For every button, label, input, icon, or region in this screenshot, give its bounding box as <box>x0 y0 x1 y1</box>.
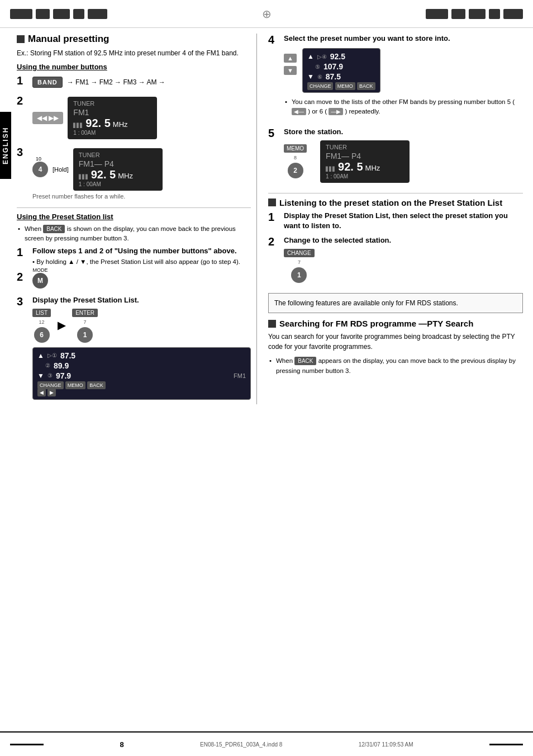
listening-step-1-content: Display the Preset Station List, then se… <box>284 211 523 231</box>
step-5-tuner-sub: 1 : 00AM <box>326 173 404 179</box>
nav-right-btn[interactable]: ▶ <box>47 389 56 396</box>
step-5-device-row: MEMO 8 2 TUNER FM1— P4 ▋▋▋ 92. 5 MH <box>284 140 523 183</box>
step-5-bold: Store the station. <box>284 127 523 137</box>
pld-num-1: ▷① <box>47 352 57 358</box>
top-bar-block-10 <box>503 9 523 19</box>
step-4-row: 4 Select the preset number you want to s… <box>268 34 523 119</box>
top-bar-block-7 <box>451 9 465 19</box>
pty-title: Searching for FM RDS programme —PTY Sear… <box>268 319 523 328</box>
step4-pld-num-1: ▷④ <box>317 54 327 60</box>
step-4-bold: Select the preset number you want to sto… <box>284 34 523 44</box>
step-3-row: 3 10 4 [Hold] TUNER FM1— P4 ▋▋▋ <box>17 146 251 203</box>
enter-btn-group: ENTER 7 1 <box>72 309 98 343</box>
btn-6[interactable]: 6 <box>34 327 50 343</box>
step-4-section: 4 Select the preset number you want to s… <box>268 34 523 119</box>
back-ctrl-btn[interactable]: BACK <box>87 381 106 389</box>
down-arrow-btn[interactable]: ▼ <box>284 66 297 75</box>
page: ⊕ ENGLISH Manual presetting Ex.: Storing… <box>0 0 533 756</box>
step-5-row: 5 Store the station. MEMO 8 2 TUNER FM1 <box>268 127 523 185</box>
step-4-content: Select the preset number you want to sto… <box>284 34 523 119</box>
step-3-tuner: TUNER FM1— P4 ▋▋▋ 92. 5 MHz 1 : 00AM <box>73 148 163 191</box>
tuner-signal-icon-3: ▋▋▋ <box>79 174 89 179</box>
tuner-freq-3: 92. 5 <box>91 168 116 181</box>
step-5-tuner-unit: MHz <box>365 164 380 172</box>
step4-pld-row-3: ▼ ⑥ 87.5 <box>307 72 375 82</box>
tuner-unit-3: MHz <box>118 172 133 180</box>
section-square-icon-3 <box>268 320 276 328</box>
listening-step-1-row: 1 Display the Preset Station List, then … <box>268 211 523 231</box>
top-bar: ⊕ <box>0 0 533 28</box>
pld-controls: CHANGE MEMO BACK ◀ ▶ <box>37 381 246 396</box>
left-column: Manual presetting Ex.: Storing FM statio… <box>17 34 257 404</box>
tuner-sub-3: 1 : 00AM <box>79 181 157 187</box>
pty-section: Searching for FM RDS programme —PTY Sear… <box>268 319 523 376</box>
divider-2 <box>268 193 523 193</box>
memo-ctrl-btn[interactable]: MEMO <box>65 381 85 389</box>
section-square-icon-2 <box>268 199 276 206</box>
btn-1[interactable]: 1 <box>77 327 93 343</box>
step4-pld-num-2: ⑤ <box>315 64 320 70</box>
change-btn-1[interactable]: 1 <box>291 267 307 283</box>
mode-superscript: MODE <box>32 267 48 273</box>
seek-buttons[interactable]: ◀◀ ▶▶ <box>32 112 63 124</box>
pld-freq-3: 97.9 <box>56 371 71 380</box>
step-4-bullet: You can move to the lists of the other F… <box>284 97 523 117</box>
step4-back-btn[interactable]: BACK <box>357 82 375 90</box>
top-bar-block-4 <box>73 9 84 19</box>
change-ctrl-btn[interactable]: CHANGE <box>37 381 64 389</box>
btn7-label: 7 <box>84 319 87 325</box>
btn8-label: 8 <box>294 155 297 160</box>
step-5-section: 5 Store the station. MEMO 8 2 TUNER FM1 <box>268 127 523 185</box>
change-display-btn[interactable]: CHANGE <box>284 249 315 257</box>
listening-step-2-btns: CHANGE 7 1 <box>284 249 523 283</box>
memo-display[interactable]: MEMO <box>284 144 307 153</box>
step-1-num: 1 <box>17 74 28 87</box>
pld-band-label: FM1 <box>234 372 246 379</box>
tuner-sub: 1 : 00AM <box>73 130 151 136</box>
section-square-icon <box>17 35 25 43</box>
band-button[interactable]: BAND <box>32 77 63 88</box>
preset-step-2-content: MODE M <box>32 271 251 291</box>
pty-when-text: When <box>276 357 294 364</box>
right-arrow-btn[interactable]: —▶ <box>329 108 343 115</box>
step4-pld-arrow-3: ▼ <box>307 73 314 81</box>
step4-memo-btn[interactable]: MEMO <box>335 82 355 90</box>
list-button[interactable]: LIST <box>32 309 51 317</box>
preset-step-2-device-row: MODE M <box>32 273 251 289</box>
step-3-number-btn[interactable]: 4 <box>32 162 48 177</box>
step-5-signal-icon: ▋▋▋ <box>326 167 336 172</box>
top-bar-right <box>426 9 523 19</box>
nav-left-btn[interactable]: ◀ <box>37 389 46 396</box>
step-5-content: Store the station. MEMO 8 2 TUNER FM1— P… <box>284 127 523 185</box>
step4-change-btn[interactable]: CHANGE <box>307 82 334 90</box>
step-3-content: 10 4 [Hold] TUNER FM1— P4 ▋▋▋ 92. 5 MHz <box>32 146 251 203</box>
preset-step-2-row: 2 MODE M <box>17 271 251 291</box>
step4-pld-row-1: ▲ ▷④ 92.5 <box>307 51 375 62</box>
top-bar-block-9 <box>489 9 500 19</box>
enter-button[interactable]: ENTER <box>72 309 98 317</box>
pld-row-1: ▲ ▷① 87.5 <box>37 351 246 361</box>
listening-step-1-bold: Display the Preset Station List, then se… <box>284 211 523 231</box>
top-bar-left <box>10 9 107 19</box>
up-arrow-btn[interactable]: ▲ <box>284 54 297 63</box>
mode-button[interactable]: M <box>32 273 48 289</box>
step4-pld-freq-3: 87.5 <box>326 72 341 81</box>
using-preset-heading: Using the Preset Station list <box>17 212 251 221</box>
footer-file: EN08-15_PDR61_003A_4.indd 8 <box>200 741 282 748</box>
tuner-title: TUNER <box>73 100 151 107</box>
footer-date: 12/31/07 11:09:53 AM <box>359 741 413 748</box>
pld-num-2: ② <box>45 362 50 368</box>
left-arrow-btn[interactable]: ◀— <box>292 108 306 115</box>
step4-pld-num-3: ⑥ <box>317 74 322 80</box>
pld-arrow-3: ▼ <box>37 372 44 380</box>
step-5-tuner: TUNER FM1— P4 ▋▋▋ 92. 5 MHz 1 : 00AM <box>320 140 410 183</box>
tuner-unit: MHz <box>113 120 128 129</box>
top-bar-block-6 <box>426 9 448 19</box>
btn-2[interactable]: 2 <box>288 163 303 178</box>
pty-intro: You can search for your favorite program… <box>268 332 523 352</box>
compass-icon: ⊕ <box>262 7 272 21</box>
pld-num-3: ③ <box>47 372 53 379</box>
step4-pld-freq-2: 107.9 <box>323 62 343 71</box>
mode-btn-wrapper: MODE M <box>32 273 48 289</box>
top-bar-block-2 <box>36 9 50 19</box>
